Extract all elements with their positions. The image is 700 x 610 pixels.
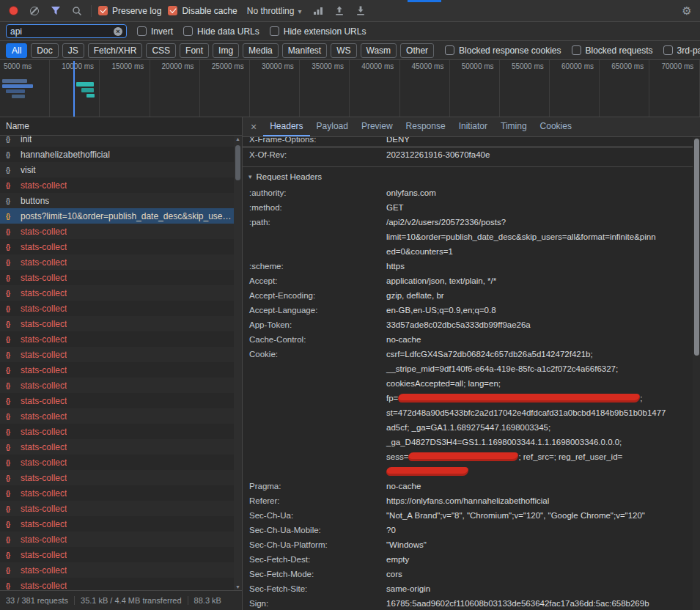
request-list-scrollbar[interactable] (234, 136, 242, 590)
scroll-up-icon[interactable] (234, 136, 242, 142)
filter-type-doc[interactable]: Doc (31, 43, 58, 58)
scrollbar-thumb[interactable] (235, 145, 240, 180)
details-scrollbar[interactable] (693, 137, 700, 610)
timeline-column: 25000 ms (200, 60, 250, 117)
disable-cache-checkbox[interactable]: Disable cache (168, 6, 237, 16)
filter-type-font[interactable]: Font (180, 43, 209, 58)
preserve-log-checkbox[interactable]: Preserve log (98, 6, 161, 16)
filter-type-wasm[interactable]: Wasm (361, 43, 397, 58)
details-tab-bar: × HeadersPayloadPreviewResponseInitiator… (243, 117, 700, 137)
request-row[interactable]: stats-collect (0, 362, 242, 378)
header-row: :path:/api2/v2/users/20572336/posts? lim… (243, 215, 700, 259)
fetch-xhr-icon (6, 228, 16, 235)
timeline-overview[interactable]: 5000 ms10000 ms15000 ms20000 ms25000 ms3… (0, 60, 700, 117)
checkbox-blocked-requests[interactable]: Blocked requests (572, 45, 653, 56)
fetch-xhr-icon (6, 505, 16, 512)
timeline-label: 25000 ms (212, 62, 244, 70)
request-row[interactable]: stats-collect (0, 285, 242, 301)
search-button[interactable] (70, 4, 84, 18)
request-row[interactable]: stats-collect (0, 301, 242, 316)
close-details-button[interactable]: × (244, 117, 263, 136)
request-row[interactable]: stats-collect (0, 439, 242, 455)
fetch-xhr-icon (6, 351, 16, 359)
request-row[interactable]: stats-collect (0, 578, 242, 590)
request-row[interactable]: stats-collect (0, 378, 242, 393)
record-button[interactable] (6, 4, 21, 18)
scroll-down-icon[interactable] (234, 584, 242, 589)
tab-cookies[interactable]: Cookies (534, 117, 578, 136)
request-row[interactable]: stats-collect (0, 224, 242, 239)
filter-type-js[interactable]: JS (62, 43, 84, 58)
header-name: :method: (243, 200, 386, 215)
filter-button[interactable] (48, 4, 63, 18)
settings-button[interactable]: ⚙ (679, 4, 694, 18)
filter-input[interactable] (10, 26, 111, 37)
checkbox-label: Blocked requests (586, 45, 653, 56)
request-row[interactable]: stats-collect (0, 470, 242, 485)
network-conditions-button[interactable] (311, 4, 325, 18)
header-name: Sec-Ch-Ua-Platform: (243, 537, 386, 552)
header-row: Sec-Ch-Ua:"Not_A Brand";v="8", "Chromium… (243, 508, 700, 523)
tab-preview[interactable]: Preview (355, 117, 399, 136)
filter-type-media[interactable]: Media (243, 43, 279, 58)
checkbox-3rd-party-requests[interactable]: 3rd-party requests (663, 45, 700, 56)
request-row[interactable]: hannahelizabethofficial (0, 147, 242, 162)
filter-type-other[interactable]: Other (400, 43, 434, 58)
import-har-button[interactable] (332, 4, 347, 18)
filter-type-img[interactable]: Img (213, 43, 239, 58)
filter-type-manifest[interactable]: Manifest (282, 43, 327, 58)
request-row[interactable]: visit (0, 162, 242, 177)
tab-initiator[interactable]: Initiator (452, 117, 494, 136)
request-row[interactable]: stats-collect (0, 316, 242, 331)
request-row[interactable]: stats-collect (0, 177, 242, 193)
clear-button[interactable] (27, 4, 42, 18)
request-row[interactable]: stats-collect (0, 393, 242, 408)
filter-type-css[interactable]: CSS (146, 43, 176, 58)
request-row[interactable]: stats-collect (0, 547, 242, 562)
timeline-column: 20000 ms (150, 60, 200, 117)
request-row[interactable]: stats-collect (0, 516, 242, 532)
tab-timing[interactable]: Timing (494, 117, 534, 136)
throttling-select[interactable]: No throttling (244, 4, 305, 18)
clear-filter-icon[interactable] (114, 27, 122, 36)
checkbox-blocked-response-cookies[interactable]: Blocked response cookies (445, 45, 561, 56)
filter-type-fetch-xhr[interactable]: Fetch/XHR (88, 43, 143, 58)
tab-payload[interactable]: Payload (310, 117, 355, 136)
request-row[interactable]: init (0, 136, 242, 147)
request-row[interactable]: stats-collect (0, 254, 242, 270)
tab-response[interactable]: Response (399, 117, 452, 136)
request-row[interactable]: stats-collect (0, 270, 242, 285)
request-name: stats-collect (21, 396, 67, 406)
request-row[interactable]: stats-collect (0, 424, 242, 439)
request-row[interactable]: stats-collect (0, 408, 242, 424)
triangle-down-icon (248, 173, 252, 180)
request-row[interactable]: stats-collect (0, 501, 242, 516)
request-headers-section-header[interactable]: Request Headers (243, 166, 700, 185)
checkbox-label: 3rd-party requests (677, 45, 700, 56)
checkbox-unchecked-icon (445, 45, 454, 55)
waterfall-bar (76, 82, 94, 87)
name-column-header[interactable]: Name (0, 117, 242, 136)
record-icon (10, 7, 18, 15)
hide-data-urls-checkbox[interactable]: Hide data URLs (183, 26, 259, 37)
request-row[interactable]: stats-collect (0, 347, 242, 362)
request-row[interactable]: stats-collect (0, 239, 242, 254)
request-row[interactable]: buttons (0, 193, 242, 208)
request-row[interactable]: stats-collect (0, 455, 242, 470)
timeline-label: 40000 ms (361, 62, 394, 70)
request-row[interactable]: stats-collect (0, 331, 242, 347)
export-har-button[interactable] (353, 4, 368, 18)
filter-type-ws[interactable]: WS (331, 43, 356, 58)
filter-type-all[interactable]: All (6, 43, 27, 58)
tab-headers[interactable]: Headers (263, 117, 309, 136)
timeline-label: 65000 ms (611, 62, 644, 70)
checkbox-unchecked-icon (183, 26, 193, 36)
invert-checkbox[interactable]: Invert (137, 26, 173, 37)
hide-extension-urls-checkbox[interactable]: Hide extension URLs (270, 26, 366, 37)
request-row[interactable]: posts?limit=10&order=publish_date_desc&s… (0, 208, 242, 224)
request-row[interactable]: stats-collect (0, 532, 242, 547)
scrollbar-thumb[interactable] (694, 139, 699, 356)
request-row[interactable]: stats-collect (0, 562, 242, 578)
disable-cache-label: Disable cache (182, 6, 237, 16)
request-row[interactable]: stats-collect (0, 485, 242, 501)
